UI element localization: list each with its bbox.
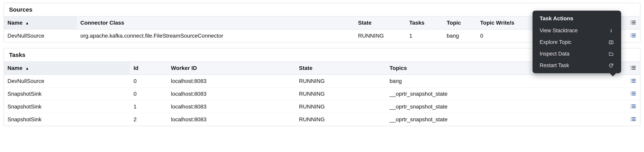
col-topic[interactable]: Topic	[443, 16, 476, 29]
cell-tasks: 1	[406, 29, 443, 42]
svg-point-39	[631, 108, 632, 108]
cell-connector-class: org.apache.kafka.connect.file.FileStream…	[77, 29, 354, 42]
svg-point-19	[631, 66, 632, 67]
cell-topics: bang	[386, 74, 626, 88]
cell-state: RUNNING	[296, 113, 386, 126]
table-row: SnapshotSink1localhost:8083RUNNING__oprt…	[4, 100, 640, 113]
cell-state: RUNNING	[296, 74, 386, 88]
svg-point-45	[631, 120, 632, 121]
col-actions	[626, 16, 640, 29]
row-actions-button[interactable]	[630, 32, 637, 39]
cell-topic-write-s: 0	[476, 29, 542, 42]
svg-point-20	[631, 67, 632, 68]
popover-item-inspect-data[interactable]: Inspect Data	[532, 48, 621, 60]
popover-title: Task Actions	[532, 14, 621, 25]
cell-actions	[626, 113, 640, 126]
svg-point-37	[631, 104, 632, 105]
cell-worker-id: localhost:8083	[168, 113, 296, 126]
sort-asc-icon: ▲	[25, 66, 29, 71]
svg-point-33	[631, 95, 632, 96]
svg-point-27	[631, 82, 632, 83]
svg-point-3	[631, 21, 632, 22]
col-name-label: Name	[8, 20, 22, 26]
cell-topics: __oprtr_snapshot_state	[386, 100, 626, 113]
popover-item-restart-task[interactable]: Restart Task	[532, 60, 621, 71]
cell-actions	[626, 88, 640, 100]
cell-state: RUNNING	[354, 29, 406, 42]
row-actions-button[interactable]	[630, 116, 637, 123]
cell-actions	[626, 74, 640, 88]
svg-point-25	[631, 79, 632, 80]
popover-item-label: Explore Topic	[540, 39, 608, 45]
svg-point-11	[631, 36, 632, 38]
cell-worker-id: localhost:8083	[168, 100, 296, 113]
popover-item-label: Inspect Data	[540, 51, 608, 57]
col-tasks[interactable]: Tasks	[406, 16, 443, 29]
col-name[interactable]: Name ▲	[4, 62, 130, 74]
cell-name: DevNullSource	[4, 74, 130, 88]
list-icon[interactable]	[630, 64, 637, 71]
popover-item-label: View Stacktrace	[540, 28, 608, 34]
svg-point-5	[631, 24, 632, 24]
cell-id: 0	[130, 74, 168, 88]
cell-name: DevNullSource	[4, 29, 77, 42]
cell-state: RUNNING	[296, 100, 386, 113]
popover-item-label: Restart Task	[540, 62, 608, 68]
list-icon[interactable]	[630, 19, 637, 26]
table-row: SnapshotSink0localhost:8083RUNNING__oprt…	[4, 88, 640, 100]
svg-point-4	[631, 22, 632, 23]
table-row: SnapshotSink2localhost:8083RUNNING__oprt…	[4, 113, 640, 126]
row-actions-button[interactable]	[630, 77, 637, 84]
svg-point-21	[631, 69, 632, 70]
cell-id: 0	[130, 88, 168, 100]
cell-name: SnapshotSink	[4, 113, 130, 126]
col-topic-write-s[interactable]: Topic Write/s	[476, 16, 542, 29]
cell-worker-id: localhost:8083	[168, 88, 296, 100]
col-worker-id[interactable]: Worker ID	[168, 62, 296, 74]
col-id[interactable]: Id	[130, 62, 168, 74]
sort-asc-icon: ▲	[25, 21, 29, 26]
popover-item-view-stacktrace[interactable]: View Stacktrace	[532, 25, 621, 36]
svg-rect-13	[611, 30, 612, 32]
svg-point-12	[611, 29, 612, 30]
cell-state: RUNNING	[296, 88, 386, 100]
col-state[interactable]: State	[354, 16, 406, 29]
cell-actions	[626, 29, 640, 42]
cell-topic: bang	[443, 29, 476, 42]
cell-actions	[626, 100, 640, 113]
svg-point-26	[631, 80, 632, 81]
cell-worker-id: localhost:8083	[168, 74, 296, 88]
cell-topics: __oprtr_snapshot_state	[386, 113, 626, 126]
svg-point-31	[631, 92, 632, 92]
col-name-label: Name	[8, 65, 22, 71]
col-connector-class[interactable]: Connector Class	[77, 16, 354, 29]
refresh-icon	[608, 63, 614, 68]
svg-point-32	[631, 93, 632, 94]
col-name[interactable]: Name ▲	[4, 16, 77, 29]
cell-name: SnapshotSink	[4, 88, 130, 100]
cell-id: 2	[130, 113, 168, 126]
row-actions-button[interactable]	[630, 103, 637, 110]
col-actions	[626, 62, 640, 74]
svg-point-9	[631, 34, 632, 34]
cell-id: 1	[130, 100, 168, 113]
cell-name: SnapshotSink	[4, 100, 130, 113]
popover-item-explore-topic[interactable]: Explore Topic	[532, 36, 621, 48]
svg-point-44	[631, 119, 632, 120]
task-actions-popover: Task Actions View Stacktrace Explore Top…	[532, 11, 621, 73]
sources-panel: Sources Name ▲ Connector Class	[4, 3, 640, 42]
svg-point-10	[631, 35, 632, 36]
columns-icon	[608, 40, 614, 45]
col-state[interactable]: State	[296, 62, 386, 74]
table-row: DevNullSource0localhost:8083RUNNINGbang	[4, 74, 640, 88]
folder-icon	[608, 52, 614, 56]
info-icon	[608, 28, 614, 33]
svg-point-38	[631, 106, 632, 107]
cell-topics: __oprtr_snapshot_state	[386, 88, 626, 100]
row-actions-button[interactable]	[630, 90, 637, 97]
svg-point-43	[631, 117, 632, 118]
